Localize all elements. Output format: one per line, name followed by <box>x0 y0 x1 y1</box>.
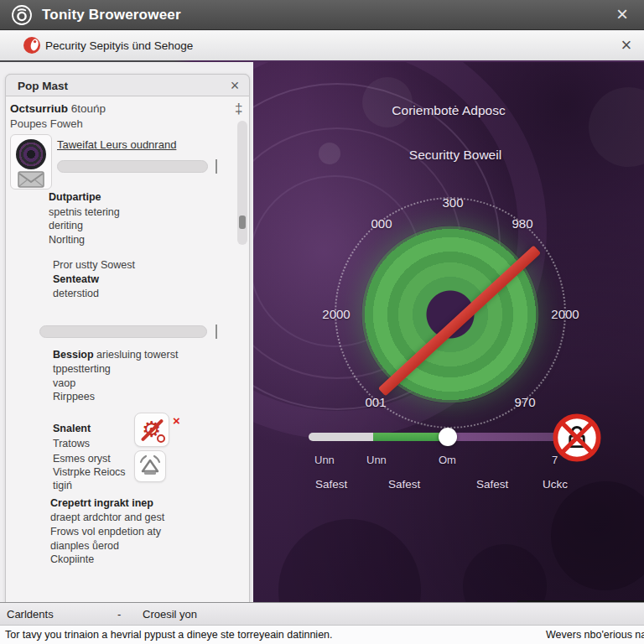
popup-close-button[interactable]: × <box>226 75 244 96</box>
panel-line: spetnis tetering <box>49 206 120 218</box>
blocked-plugin-button[interactable]: ⚙ <box>134 413 169 447</box>
settings-link[interactable]: Taweifat Leurs oudnrand <box>57 138 176 151</box>
panel-heading: Octsurriub 6touńp <box>10 102 106 115</box>
decor-bokeh <box>551 481 644 590</box>
dial-label-mid-left: 2000 <box>322 307 350 321</box>
status-bar: Tor tavy you trinaion a hevrial pypust a… <box>0 625 644 644</box>
main-title: Coriembotė Adposc <box>392 103 505 118</box>
slider-level: Safest <box>315 478 347 491</box>
footer-bar: Carldents - Croesil yon <box>0 602 644 625</box>
slider-thumb[interactable] <box>439 428 457 446</box>
dial-label-upper-right: 980 <box>512 216 532 231</box>
onion-icon <box>11 4 33 26</box>
envelope-icon <box>18 171 44 188</box>
panel-subheading: Poupes Foweh <box>10 117 83 130</box>
panel-line: tppestterting <box>53 363 111 375</box>
panel-line: dianples ůerod <box>50 540 119 552</box>
panel-line: deterstiod <box>53 288 99 299</box>
security-gauge[interactable] <box>361 226 539 403</box>
panel-line: Frows vol enpdetion aty <box>50 526 161 538</box>
progress-bar-1[interactable] <box>57 160 208 173</box>
security-onion-icon <box>23 36 41 55</box>
dialog-bar: Pecurity Sepityis ünd Sehoge × <box>0 31 644 60</box>
panel-line: Norlting <box>49 234 85 246</box>
panel-line: Bessiop ariesluing towerst <box>53 349 178 361</box>
panel-line: deriting <box>49 220 83 231</box>
main-subtitle: Securitty Boweil <box>409 148 501 163</box>
dialog-title: Pecurity Sepityis ünd Sehoge <box>45 39 193 52</box>
panel-line: Esmes oryst <box>53 453 111 465</box>
home-shield-icon <box>135 451 165 481</box>
dial-label-upper-left: 000 <box>371 216 392 231</box>
slider-level: Uckc <box>543 478 568 491</box>
dial-label-top: 300 <box>442 195 463 210</box>
lens-icon <box>16 139 46 169</box>
popup-header: Pop Mast × <box>5 74 250 96</box>
decor-bokeh <box>362 77 413 127</box>
slider-value: Unn <box>314 454 335 466</box>
security-dial-area: Coriembotė Adposc Securitty Boweil 300 0… <box>253 62 644 602</box>
dial-label-lower-left: 001 <box>365 395 386 409</box>
slider-level: Safest <box>388 478 420 491</box>
panel-scrollbar-thumb[interactable] <box>239 216 246 229</box>
panel-line: Vistrpke Reiocs <box>53 466 126 478</box>
tick-mark <box>216 159 217 174</box>
prohibition-lock-icon[interactable] <box>553 413 601 462</box>
title-bar: Tonity Broweroweer × <box>0 0 644 30</box>
popup-title: Pop Mast <box>18 80 68 92</box>
slider-track-green[interactable] <box>373 433 447 441</box>
panel-line: Senteatw <box>53 273 99 285</box>
panel-line: vaop <box>53 377 75 389</box>
footer-left-label[interactable]: Carldents <box>7 608 54 621</box>
decor-bokeh <box>278 519 421 602</box>
dialog-close-button[interactable]: × <box>615 33 637 55</box>
panel-line: Ckopiinte <box>50 553 94 565</box>
identity-card[interactable] <box>10 134 52 190</box>
slider-track-gray[interactable] <box>309 433 373 441</box>
home-shield-button[interactable] <box>134 450 166 482</box>
dial-label-lower-right: 970 <box>514 395 535 409</box>
slider-value: Unn <box>366 454 387 466</box>
panel-line: tigiń <box>53 480 72 491</box>
footer-right-label[interactable]: Croesil yon <box>143 608 197 621</box>
panel-line: Dutpartipe <box>49 191 101 203</box>
settings-panel: Pop Mast × Octsurriub 6touńp Poupes Fowe… <box>0 62 253 602</box>
slider-level: Safest <box>476 478 508 491</box>
panel-line: Pror ustty Sowest <box>53 259 135 271</box>
decor-bokeh <box>319 143 340 164</box>
panel-line: Tratows <box>53 438 90 449</box>
status-message: Tor tavy you trinaion a hevrial pypust a… <box>5 629 333 641</box>
dial-label-mid-right: 2000 <box>551 307 579 321</box>
application-window: Tonity Broweroweer × Pecurity Sepityis ü… <box>0 0 644 644</box>
progress-bar-2[interactable] <box>39 325 207 338</box>
blocked-x-icon: × <box>173 413 180 428</box>
panel-line: Snalent <box>53 423 91 434</box>
panel-line: Rirppees <box>53 391 95 402</box>
window-close-button[interactable]: × <box>610 3 634 26</box>
slider-value: Om <box>439 454 456 466</box>
decor-bokeh <box>463 544 547 602</box>
blocked-dot-icon <box>157 434 165 443</box>
panel-line: draept ardchtor and gest <box>50 512 164 523</box>
pin-icon[interactable]: ‡ <box>235 101 242 117</box>
decor-bokeh <box>589 87 644 167</box>
panel-line: Crepetrt ingrakt inep <box>50 497 153 509</box>
status-right-message: Wevers nbo'erious nad <box>546 629 644 641</box>
tick-mark <box>216 325 217 339</box>
footer-separator: - <box>117 608 121 621</box>
window-title: Tonity Broweroweer <box>42 7 181 23</box>
